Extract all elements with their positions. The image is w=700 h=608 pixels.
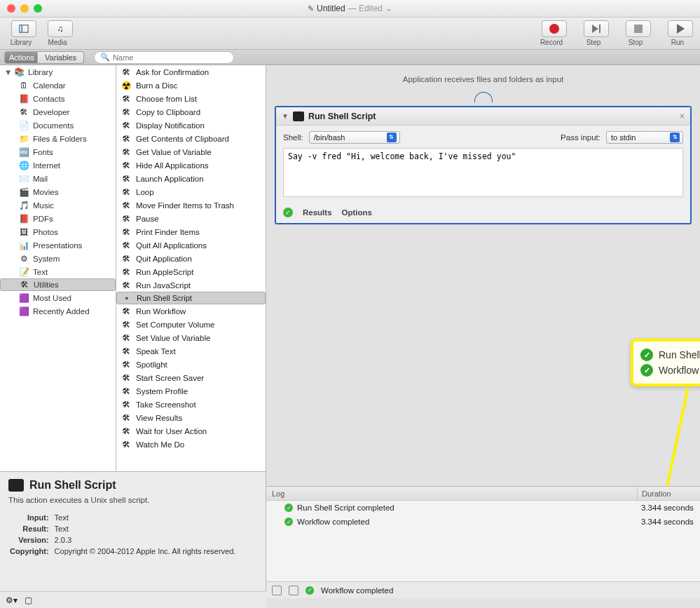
action-item-label: Start Screen Saver	[136, 374, 204, 382]
library-item[interactable]: ⚙System	[0, 252, 116, 265]
log-row[interactable]: ✓Workflow completed3.344 seconds	[266, 515, 700, 529]
record-label: Record	[540, 39, 563, 46]
record-button[interactable]	[542, 20, 567, 37]
action-icon: 🛠	[121, 332, 132, 344]
library-item[interactable]: 🟪Most Used	[0, 291, 116, 304]
action-item[interactable]: ▪️Run Shell Script	[116, 292, 266, 304]
library-root[interactable]: ▼ 📚 Library	[0, 65, 116, 79]
action-item[interactable]: 🛠Wait for User Action	[116, 424, 266, 438]
run-button[interactable]	[668, 20, 693, 37]
action-item[interactable]: 🛠View Results	[116, 411, 266, 424]
library-item[interactable]: 🎵Music	[0, 198, 116, 212]
gear-icon[interactable]: ⚙▾	[6, 595, 18, 605]
action-item-label: Print Finder Items	[136, 228, 200, 236]
action-item[interactable]: 🛠Get Value of Variable	[116, 145, 266, 158]
library-item[interactable]: 📁Files & Folders	[0, 132, 116, 145]
library-item[interactable]: 🖼Photos	[0, 225, 116, 238]
callout-line1: Run Shell Script completed	[659, 349, 700, 360]
action-item[interactable]: 🛠Set Value of Variable	[116, 331, 266, 344]
action-item[interactable]: 🛠Run Workflow	[116, 304, 266, 318]
library-item[interactable]: 📕PDFs	[0, 212, 116, 225]
log-header[interactable]: Log	[266, 487, 637, 500]
action-item[interactable]: 🛠Start Screen Saver	[116, 371, 266, 384]
view-mode1-icon[interactable]	[272, 586, 282, 595]
tab-actions[interactable]: Actions	[4, 51, 38, 64]
action-item[interactable]: 🛠Run JavaScript	[116, 278, 266, 292]
library-item[interactable]: 📊Presentations	[0, 238, 116, 252]
search-input[interactable]	[113, 53, 211, 62]
action-item[interactable]: 🛠Pause	[116, 212, 266, 225]
action-icon: 🛠	[121, 439, 132, 450]
action-item[interactable]: 🛠Loop	[116, 185, 266, 198]
action-item[interactable]: 🛠Quit All Applications	[116, 238, 266, 252]
check-icon: ✓	[640, 364, 653, 377]
disclosure-triangle-icon[interactable]: ▼	[4, 68, 10, 76]
info-description: This action executes a Unix shell script…	[8, 496, 257, 504]
results-tab[interactable]: Results	[303, 208, 332, 217]
action-icon: 🛠	[121, 187, 132, 198]
stop-button[interactable]	[626, 20, 651, 37]
action-item[interactable]: 🛠Run AppleScript	[116, 265, 266, 278]
action-item[interactable]: 🛠Hide All Applications	[116, 158, 266, 172]
library-toggle-button[interactable]	[11, 20, 36, 37]
title-chevron-icon[interactable]: ⌄	[385, 4, 392, 13]
tray-icon[interactable]: ▢	[25, 595, 32, 605]
action-icon: 🛠	[121, 280, 132, 291]
action-item[interactable]: 🛠System Profile	[116, 384, 266, 398]
shell-select[interactable]: /bin/bash ⇅	[309, 131, 400, 144]
category-icon: 📕	[18, 93, 29, 104]
action-item[interactable]: 🛠Set Computer Volume	[116, 318, 266, 331]
library-item[interactable]: 📄Documents	[0, 119, 116, 132]
pass-input-select[interactable]: to stdin ⇅	[606, 131, 683, 144]
category-icon: 📕	[18, 213, 29, 224]
run-shell-script-action[interactable]: ▼ Run Shell Script × Shell: /bin/bash ⇅ …	[275, 106, 692, 224]
library-item[interactable]: 🔤Fonts	[0, 145, 116, 158]
library-item[interactable]: 📕Contacts	[0, 92, 116, 105]
library-item[interactable]: 🌐Internet	[0, 158, 116, 172]
action-header[interactable]: ▼ Run Shell Script ×	[276, 107, 690, 126]
library-item[interactable]: 🛠Utilities	[0, 278, 116, 291]
library-item[interactable]: 🛠Developer	[0, 105, 116, 119]
action-item[interactable]: 🛠Quit Application	[116, 252, 266, 265]
library-item[interactable]: 🟪Recently Added	[0, 304, 116, 318]
action-icon: 🛠	[121, 372, 132, 384]
library-item-label: Most Used	[33, 294, 71, 302]
view-mode2-icon[interactable]	[289, 586, 298, 595]
action-item[interactable]: 🛠Launch Application	[116, 172, 266, 185]
duration-header[interactable]: Duration	[637, 487, 700, 500]
action-item[interactable]: 🛠Move Finder Items to Trash	[116, 198, 266, 212]
search-box[interactable]: 🔍	[94, 51, 234, 64]
action-icon: 🛠	[121, 227, 132, 238]
action-item[interactable]: 🛠Choose from List	[116, 92, 266, 105]
library-root-label: Library	[28, 68, 53, 76]
step-button[interactable]	[584, 20, 609, 37]
script-textarea[interactable]	[283, 148, 683, 197]
action-item[interactable]: 🛠Copy to Clipboard	[116, 105, 266, 119]
action-item-label: Quit Application	[136, 255, 192, 263]
info-version-label: Version:	[10, 535, 53, 545]
action-item[interactable]: 🛠Display Notification	[116, 119, 266, 132]
action-icon: 🛠	[121, 412, 132, 424]
library-item[interactable]: ✉️Mail	[0, 172, 116, 185]
action-item[interactable]: ☢️Burn a Disc	[116, 79, 266, 92]
tab-variables[interactable]: Variables	[38, 51, 84, 64]
disclosure-triangle-icon[interactable]: ▼	[282, 112, 289, 120]
remove-action-button[interactable]: ×	[680, 112, 685, 121]
action-item[interactable]: 🛠Take Screenshot	[116, 398, 266, 411]
library-item[interactable]: 🎬Movies	[0, 185, 116, 198]
info-version-value: 2.0.3	[55, 535, 236, 545]
action-item[interactable]: 🛠Ask for Confirmation	[116, 65, 266, 79]
library-item[interactable]: 📝Text	[0, 265, 116, 278]
action-item[interactable]: 🛠Speak Text	[116, 344, 266, 358]
action-item-label: View Results	[136, 414, 182, 422]
action-item[interactable]: 🛠Get Contents of Clipboard	[116, 132, 266, 145]
options-tab[interactable]: Options	[342, 208, 372, 217]
action-item-label: Hide All Applications	[136, 161, 209, 170]
action-item[interactable]: 🛠Watch Me Do	[116, 438, 266, 451]
media-button[interactable]: ♫	[48, 20, 73, 37]
action-item-label: Run Workflow	[136, 307, 186, 316]
action-item[interactable]: 🛠Print Finder Items	[116, 225, 266, 238]
library-item[interactable]: 🗓Calendar	[0, 79, 116, 92]
action-item[interactable]: 🛠Spotlight	[116, 358, 266, 371]
log-row[interactable]: ✓Run Shell Script completed3.344 seconds	[266, 501, 700, 515]
